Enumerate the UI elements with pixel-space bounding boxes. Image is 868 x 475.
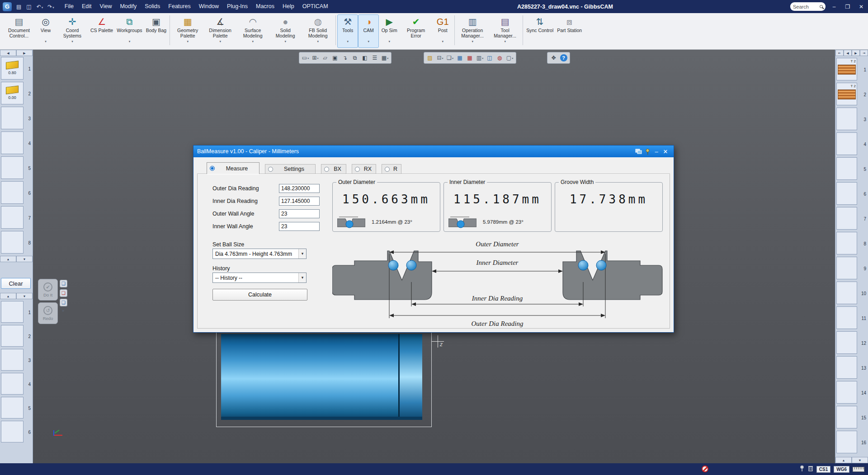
- ball-size-select[interactable]: Dia 4.763mm - Height 4.763mm ▾: [212, 249, 307, 259]
- redo-button[interactable]: ↺ Redo: [38, 302, 58, 324]
- menu-item[interactable]: Modify: [116, 0, 141, 13]
- tool-slot[interactable]: 5: [0, 155, 33, 180]
- operation-tile[interactable]: 6: [835, 181, 868, 206]
- clipboard-icon[interactable]: ❏: [60, 280, 67, 287]
- ribbon-item[interactable]: ▣ Body Bag: [144, 14, 169, 48]
- close-dialog-button[interactable]: ✕: [661, 147, 670, 156]
- scroll-left-button[interactable]: ◀: [0, 50, 16, 56]
- operation-tile-cell[interactable]: T 2: [836, 58, 857, 80]
- clear-button[interactable]: Clear: [1, 278, 31, 289]
- ribbon-item[interactable]: ● Solid Modeling ▾: [269, 14, 302, 48]
- wg-indicator[interactable]: WG6: [834, 466, 849, 473]
- operation-slot[interactable]: 2: [0, 324, 33, 348]
- scroll-down-button[interactable]: ▼: [852, 457, 868, 463]
- menu-item[interactable]: View: [96, 0, 116, 13]
- chevron-down-icon[interactable]: ▾: [284, 39, 286, 43]
- ribbon-item[interactable]: ◎ View ▾: [35, 14, 56, 48]
- window-button[interactable]: ✕: [854, 0, 868, 13]
- ribbon-item[interactable]: ⚒ Tools ▾: [337, 14, 358, 48]
- operation-slot[interactable]: 1: [0, 300, 33, 324]
- operation-slot[interactable]: 4: [0, 372, 33, 396]
- tool-slot[interactable]: 7: [0, 205, 33, 230]
- view-tool-button[interactable]: ⊞▾: [311, 53, 320, 63]
- ribbon-item[interactable]: ⇅ Sync Control: [524, 14, 555, 48]
- view-tool-button[interactable]: ◧: [360, 53, 370, 63]
- search-box[interactable]: Search: [790, 2, 826, 11]
- tool-slot[interactable]: 3: [0, 106, 33, 131]
- tool-slot[interactable]: 0.00 2: [0, 81, 33, 106]
- scroll-down-button[interactable]: ▼: [16, 256, 33, 262]
- operation-tile-cell[interactable]: [836, 207, 857, 230]
- window-button[interactable]: –: [827, 0, 841, 13]
- view-tool-button[interactable]: ▭▾: [301, 53, 310, 63]
- operation-tile[interactable]: 13: [835, 355, 868, 380]
- operation-tile-cell[interactable]: [836, 406, 857, 428]
- chevron-down-icon[interactable]: ▾: [504, 39, 506, 43]
- operation-tile[interactable]: 10: [835, 281, 868, 306]
- chevron-down-icon[interactable]: ▾: [298, 249, 306, 259]
- chevron-down-icon[interactable]: ▾: [187, 39, 189, 43]
- chevron-down-icon[interactable]: ▾: [298, 273, 306, 282]
- operation-tile-cell[interactable]: [836, 182, 857, 205]
- ruler-icon[interactable]: [853, 467, 864, 472]
- chevron-down-icon[interactable]: ▾: [45, 39, 47, 43]
- menu-item[interactable]: File: [61, 0, 78, 13]
- tool-slot[interactable]: 6: [0, 180, 33, 205]
- operation-tile-cell[interactable]: [836, 157, 857, 180]
- view-tool-button[interactable]: ▣: [330, 53, 340, 63]
- chevron-down-icon[interactable]: ▾: [71, 39, 73, 43]
- operation-tile[interactable]: T 2 2: [835, 82, 868, 107]
- operation-tile-cell[interactable]: [836, 108, 857, 130]
- tab-radio-icon[interactable]: [210, 166, 215, 171]
- window-tool-button[interactable]: ❏▾: [445, 53, 455, 63]
- chevron-down-icon[interactable]: ▾: [472, 39, 473, 43]
- operation-tile[interactable]: 11: [835, 306, 868, 330]
- operation-tile-cell[interactable]: [836, 431, 857, 453]
- operation-slot-cell[interactable]: [1, 349, 24, 371]
- part-selection-box[interactable]: [216, 332, 432, 427]
- chevron-down-icon[interactable]: ▾: [388, 39, 390, 43]
- ribbon-item[interactable]: [523, 15, 523, 45]
- view-tool-button[interactable]: ▱: [321, 53, 330, 63]
- ribbon-item[interactable]: ✔ Program Error Checker: [400, 14, 432, 48]
- menu-item[interactable]: Features: [164, 0, 194, 13]
- clipboard-icon[interactable]: ❏: [60, 299, 67, 306]
- scroll-last-button[interactable]: ⇥: [860, 50, 868, 56]
- tool-slot-cell[interactable]: [1, 132, 24, 154]
- scroll-up-button[interactable]: ▲: [0, 293, 16, 299]
- operation-slot-cell[interactable]: [1, 301, 24, 323]
- tool-slot[interactable]: 0.80 1: [0, 56, 33, 81]
- operation-tile-cell[interactable]: [836, 306, 857, 329]
- quick-action-button[interactable]: ◫: [24, 2, 33, 12]
- operation-tile-cell[interactable]: [836, 132, 857, 155]
- ribbon-item[interactable]: ◍ FB Solid Modeling ▾: [302, 14, 334, 48]
- flyout-arrow-icon[interactable]: ▸: [60, 308, 67, 313]
- help-tool-button[interactable]: ✥: [549, 53, 558, 63]
- menu-item[interactable]: Solids: [141, 0, 164, 13]
- operation-tile-cell[interactable]: [836, 257, 857, 279]
- operation-tile[interactable]: T 2 1: [835, 57, 868, 82]
- ribbon-item[interactable]: [454, 15, 455, 45]
- operation-tile-cell[interactable]: T 2: [836, 83, 857, 105]
- ribbon-item[interactable]: [335, 15, 336, 45]
- ribbon-item[interactable]: ◠ Surface Modeling ▾: [236, 14, 269, 48]
- operation-tile-cell[interactable]: [836, 331, 857, 354]
- ribbon-item[interactable]: ▤ Document Control...: [3, 14, 35, 48]
- app-logo-icon[interactable]: G: [3, 2, 12, 11]
- operation-slot-cell[interactable]: [1, 373, 24, 395]
- tool-slot-cell[interactable]: [1, 231, 24, 254]
- window-tool-button[interactable]: ◍: [495, 53, 505, 63]
- minimize-dialog-button[interactable]: –: [652, 147, 661, 156]
- operation-tile-cell[interactable]: [836, 232, 857, 254]
- view-tool-button[interactable]: ↴: [340, 53, 350, 63]
- chevron-down-icon[interactable]: ▾: [347, 39, 349, 43]
- quick-action-button[interactable]: ↷▾: [46, 2, 56, 12]
- chevron-down-icon[interactable]: ▾: [368, 39, 369, 43]
- do-it-button[interactable]: ✔ Do It: [38, 279, 58, 301]
- scroll-up-button[interactable]: ▲: [835, 457, 852, 463]
- tool-slot-cell[interactable]: 0.00: [1, 82, 24, 104]
- cs-indicator[interactable]: CS1: [816, 466, 830, 473]
- operation-tile[interactable]: 5: [835, 156, 868, 181]
- tool-slot-cell[interactable]: [1, 181, 24, 204]
- window-tool-button[interactable]: ▥▾: [475, 53, 485, 63]
